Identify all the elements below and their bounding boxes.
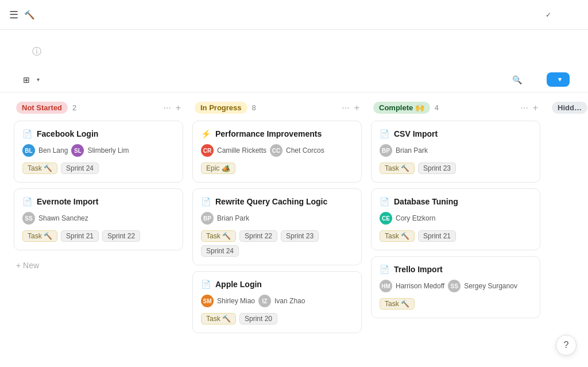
card-tags: Task 🔨Sprint 20 — [201, 313, 353, 324]
avatar: SL — [71, 144, 84, 157]
tag[interactable]: Task 🔨 — [22, 163, 57, 174]
group-by-button[interactable] — [457, 73, 477, 87]
card[interactable]: 📄Evernote ImportSSShawn SanchezTask 🔨Spr… — [14, 188, 183, 250]
card[interactable]: 📄Apple LoginSMShirley MiaoIZIvan ZhaoTas… — [192, 271, 362, 333]
properties-button[interactable] — [443, 78, 455, 82]
card-title: 📄Facebook Login — [22, 129, 175, 138]
board: Not Started2···+📄Facebook LoginBLBen Lan… — [0, 92, 588, 353]
column-header-not-started: Not Started2···+ — [14, 102, 183, 114]
card[interactable]: 📄Trello ImportHMHarrison MedoffSSSergey … — [371, 256, 540, 318]
search-icon: 🔍 — [512, 75, 522, 84]
avatar-name: Shawn Sanchez — [38, 214, 88, 222]
card[interactable]: 📄CSV ImportBPBrian ParkTask 🔨Sprint 23 — [371, 121, 540, 183]
card-tags: Task 🔨Sprint 22Sprint 23Sprint 24 — [201, 230, 353, 257]
tag[interactable]: Task 🔨 — [380, 230, 415, 242]
col-more-icon[interactable]: ··· — [520, 103, 528, 113]
avatar-name: Brian Park — [396, 146, 428, 154]
card-title: 📄Trello Import — [380, 265, 532, 274]
toolbar-left: ⊞ ▾ — [18, 73, 44, 87]
tag[interactable]: Sprint 21 — [61, 230, 99, 242]
tag[interactable]: Sprint 24 — [201, 245, 239, 257]
search-button[interactable]: 🔍 — [506, 73, 531, 87]
col-more-icon[interactable]: ··· — [342, 103, 349, 113]
col-add-icon[interactable]: + — [176, 103, 181, 113]
col-more-icon[interactable]: ··· — [163, 103, 171, 113]
status-badge-in-progress[interactable]: In Progress — [195, 102, 247, 114]
card-tags: Task 🔨Sprint 21Sprint 22 — [22, 230, 175, 242]
tag[interactable]: Sprint 22 — [102, 230, 140, 242]
avatar-name: Slimberly Lim — [87, 146, 129, 154]
card[interactable]: 📄Facebook LoginBLBen LangSLSlimberly Lim… — [14, 121, 183, 183]
card-title: 📄Apple Login — [201, 280, 353, 289]
doc-icon: 📄 — [380, 129, 389, 138]
nav-icon: 🔨 — [24, 10, 35, 20]
avatar: SM — [201, 295, 214, 307]
avatar-name: Brian Park — [217, 214, 249, 222]
card[interactable]: 📄Rewrite Query Caching LogicBPBrian Park… — [192, 188, 362, 265]
card-tags: Epic 🏕️ — [201, 163, 353, 174]
avatar: BP — [201, 212, 214, 225]
card[interactable]: ⚡Performance ImprovementsCRCamille Ricke… — [192, 121, 362, 183]
tag[interactable]: Task 🔨 — [380, 298, 415, 310]
doc-icon: 📄 — [22, 129, 32, 138]
new-button[interactable]: ▾ — [547, 72, 570, 87]
sort-button[interactable] — [493, 78, 504, 82]
check-icon: ✓ — [546, 11, 551, 19]
card[interactable]: 📄Database TuningCECory EtzkornTask 🔨Spri… — [371, 188, 540, 250]
by-status-button[interactable]: ⊞ ▾ — [18, 73, 44, 87]
doc-icon: 📄 — [380, 197, 389, 206]
avatar-name: Chet Corcos — [286, 146, 324, 154]
tag[interactable]: Task 🔨 — [201, 313, 236, 324]
tag[interactable]: Sprint 23 — [418, 163, 456, 174]
help-button[interactable]: ? — [556, 335, 577, 356]
doc-icon: 📄 — [201, 197, 211, 206]
tag[interactable]: Sprint 20 — [239, 313, 277, 324]
card-title: 📄Database Tuning — [380, 197, 532, 206]
filter-button[interactable] — [479, 78, 490, 82]
column-complete: Complete 🙌4···+📄CSV ImportBPBrian ParkTa… — [371, 102, 540, 343]
avatar: CR — [201, 144, 214, 157]
col-add-icon[interactable]: + — [533, 103, 538, 113]
column-count-not-started: 2 — [72, 103, 76, 112]
page-header: ⓘ — [0, 30, 588, 67]
doc-icon: 📄 — [201, 280, 211, 289]
tag[interactable]: Task 🔨 — [380, 163, 415, 174]
top-nav: ☰ 🔨 ✓ — [0, 0, 588, 30]
tag[interactable]: Epic 🏕️ — [201, 163, 235, 174]
avatar-name: Ivan Zhao — [274, 297, 305, 305]
column-in-progress: In Progress8···+⚡Performance Improvement… — [192, 102, 362, 343]
avatar-name: Shirley Miao — [217, 297, 255, 305]
tag[interactable]: Sprint 24 — [61, 163, 99, 174]
info-icon[interactable]: ⓘ — [32, 46, 41, 58]
column-header-complete: Complete 🙌4···+ — [371, 102, 540, 114]
add-new-button[interactable]: + New — [14, 256, 183, 275]
tag[interactable]: Sprint 23 — [281, 230, 319, 242]
column-actions-complete: ···+ — [520, 103, 538, 113]
status-badge-complete[interactable]: Complete 🙌 — [373, 102, 430, 114]
avatar: IZ — [258, 295, 271, 307]
column-count-in-progress: 8 — [252, 103, 256, 112]
tag[interactable]: Sprint 21 — [418, 230, 456, 242]
status-badge-hidden[interactable]: Hidd… — [552, 102, 587, 114]
column-hidden: Hidd…···+ — [550, 102, 588, 343]
tag[interactable]: Task 🔨 — [22, 230, 57, 242]
menu-icon[interactable]: ☰ — [9, 9, 18, 21]
card-title: 📄Evernote Import — [22, 197, 175, 206]
col-add-icon[interactable]: + — [354, 103, 359, 113]
nav-right: ✓ — [536, 11, 579, 19]
card-avatars: CECory Etzkorn — [380, 212, 532, 225]
tag[interactable]: Task 🔨 — [201, 230, 236, 242]
toolbar-more-button[interactable] — [533, 78, 544, 82]
avatar: SS — [448, 280, 461, 292]
avatar: SS — [22, 212, 35, 225]
avatar: CC — [270, 144, 283, 157]
card-avatars: CRCamille RickettsCCChet Corcos — [201, 144, 353, 157]
card-avatars: BLBen LangSLSlimberly Lim — [22, 144, 175, 157]
card-avatars: BPBrian Park — [380, 144, 532, 157]
doc-icon: 📄 — [380, 265, 389, 274]
status-badge-not-started[interactable]: Not Started — [16, 102, 68, 114]
doc-icon: 📄 — [22, 197, 32, 206]
tag[interactable]: Sprint 22 — [239, 230, 277, 242]
card-title: ⚡Performance Improvements — [201, 129, 353, 138]
avatar-name: Cory Etzkorn — [396, 214, 435, 222]
